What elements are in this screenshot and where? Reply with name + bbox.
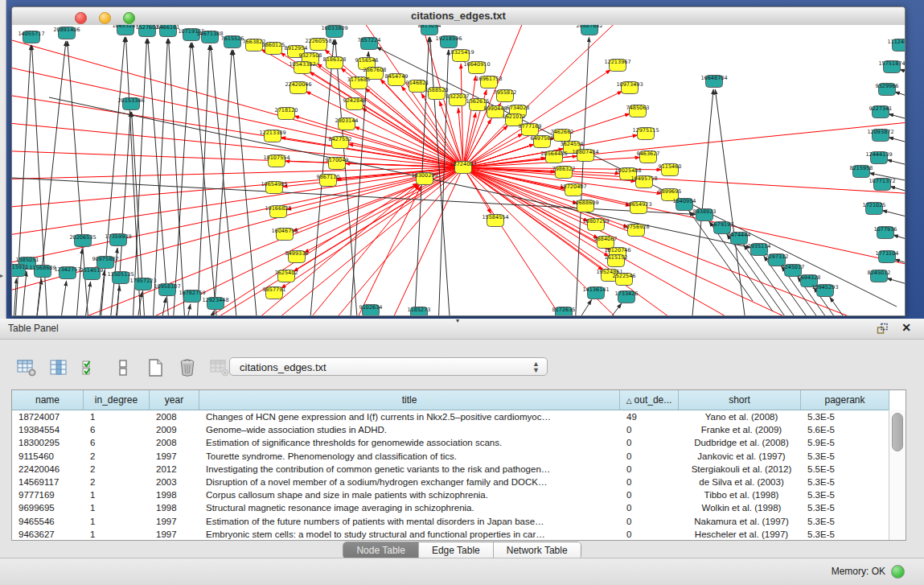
graph-node[interactable]: 9102634 <box>359 304 383 315</box>
graph-node[interactable]: 17359939 <box>105 233 131 246</box>
cell-out_de[interactable]: 0 <box>620 476 679 488</box>
cell-year[interactable]: 2009 <box>150 423 199 436</box>
edge-black[interactable] <box>186 304 191 315</box>
graph-node[interactable]: 11568689 <box>29 265 55 278</box>
graph-node[interactable]: 8215958 <box>850 165 873 178</box>
table-row[interactable]: 1456911722003Disruption of a novel membe… <box>12 476 906 488</box>
edge-black[interactable] <box>887 159 905 167</box>
graph-node[interactable]: 19166825 <box>265 205 291 218</box>
cell-pagerank[interactable]: 5.3E-5 <box>801 515 889 528</box>
cell-short[interactable]: de Silva et al. (2003) <box>679 476 801 488</box>
edge-black[interactable] <box>893 235 905 242</box>
cell-in_degree[interactable]: 2 <box>84 450 150 463</box>
edge-black[interactable] <box>211 45 237 315</box>
graph-node[interactable]: 1588520 <box>425 87 449 100</box>
cell-short[interactable]: Dudbridge et al. (2008) <box>679 436 801 449</box>
cell-short[interactable]: Wolkin et al. (1998) <box>679 501 801 514</box>
cell-in_degree[interactable]: 2 <box>84 463 150 476</box>
close-icon[interactable]: ✕ <box>901 321 911 334</box>
cell-out_de[interactable]: 0 <box>620 423 679 436</box>
cell-short[interactable]: Nakamura et al. (1997) <box>679 515 801 528</box>
cell-pagerank[interactable]: 5.6E-5 <box>801 423 889 436</box>
edge-black[interactable] <box>715 89 745 315</box>
graph-node[interactable]: 9170049 <box>326 157 349 170</box>
cell-name[interactable]: 14569117 <box>12 476 84 488</box>
cell-short[interactable]: Franke et al. (2009) <box>679 423 801 436</box>
graph-node[interactable]: 8427552 <box>329 136 352 149</box>
table-row[interactable]: 911546021997Tourette syndrome. Phenomeno… <box>12 450 906 463</box>
expand-panel-arrow-icon[interactable]: ▸ <box>0 272 3 279</box>
cell-year[interactable]: 1997 <box>150 528 199 541</box>
splitter-arrow-icon[interactable]: ▾ <box>456 317 459 324</box>
table-row[interactable]: 977716911998Corpus callosum shape and si… <box>12 488 906 501</box>
graph-node[interactable]: 8186328 <box>323 56 347 69</box>
cell-pagerank[interactable]: 5.3E-5 <box>801 488 889 501</box>
graph-node[interactable]: 7955812 <box>494 89 517 102</box>
cell-name[interactable]: 18300295 <box>12 436 84 449</box>
table-options-button[interactable] <box>16 357 37 378</box>
graph-node[interactable]: 16961758 <box>475 76 502 89</box>
graph-node[interactable]: 15584554 <box>482 214 508 227</box>
graph-node[interactable]: 20153346 <box>117 97 144 110</box>
edge-black[interactable] <box>197 45 210 315</box>
cell-title[interactable]: Estimation of the future numbers of pati… <box>199 515 620 528</box>
graph-node[interactable]: 10771372 <box>869 178 895 191</box>
graph-node[interactable]: 6466161 <box>157 25 180 37</box>
cell-in_degree[interactable]: 1 <box>84 515 150 528</box>
cell-pagerank[interactable]: 5.3E-5 <box>801 410 889 423</box>
cell-out_de[interactable]: 0 <box>620 463 679 476</box>
graph-node[interactable]: 7615526 <box>221 35 244 48</box>
cell-title[interactable]: Tourette syndrome. Phenomenology and cla… <box>199 450 620 463</box>
cell-out_de[interactable]: 0 <box>620 436 679 449</box>
delete-table-button[interactable] <box>177 357 198 378</box>
graph-node[interactable]: 17957223 <box>129 278 156 290</box>
cell-out_de[interactable]: 0 <box>620 515 679 528</box>
graph-node[interactable]: 1615152 <box>605 254 628 267</box>
edge-black[interactable] <box>882 210 905 218</box>
graph-node[interactable]: 9115460 <box>659 163 682 176</box>
edge-red[interactable] <box>12 167 463 266</box>
cell-in_degree[interactable]: 2 <box>84 476 150 488</box>
graph-node[interactable]: 14055717 <box>18 31 44 43</box>
cell-year[interactable]: 1998 <box>150 501 199 514</box>
edge-black[interactable] <box>60 281 67 315</box>
cell-year[interactable]: 1997 <box>150 515 199 528</box>
cell-in_degree[interactable]: 1 <box>84 528 150 541</box>
graph-node[interactable]: 7986322 <box>552 166 576 179</box>
cell-pagerank[interactable]: 5.3E-5 <box>801 450 889 463</box>
graph-node[interactable]: 14671388 <box>196 31 223 43</box>
table-row[interactable]: 946362711997Embryonic stem cells: a mode… <box>12 528 906 541</box>
column-header-pagerank[interactable]: pagerank <box>801 390 889 410</box>
cell-out_de[interactable]: 0 <box>620 528 679 541</box>
column-header-in_degree[interactable]: in_degree <box>84 390 150 410</box>
column-chooser-button[interactable] <box>113 357 133 378</box>
graph-node[interactable]: 2803144 <box>335 117 359 130</box>
graph-node[interactable]: 12213967 <box>604 59 630 72</box>
graph-node[interactable]: 16033809 <box>321 25 347 38</box>
graph-node[interactable]: 8499334 <box>285 250 309 263</box>
edge-black[interactable] <box>887 278 905 286</box>
graph-node[interactable]: 3175685 <box>347 76 371 89</box>
cell-title[interactable]: Corpus callosum shape and size in male p… <box>199 488 620 501</box>
graph-node[interactable]: 9242848 <box>343 97 367 110</box>
cell-name[interactable]: 9463627 <box>12 528 84 541</box>
graph-node[interactable]: 1773104 <box>876 250 899 263</box>
graph-node[interactable]: 12093872 <box>867 129 893 142</box>
graph-node[interactable]: 15751874 <box>878 60 905 73</box>
graph-node[interactable]: 10807484 <box>572 149 598 162</box>
column-header-out_de[interactable]: △out_de... <box>620 390 679 410</box>
table-row[interactable]: 1938455462009Genome–wide association stu… <box>12 423 906 436</box>
cell-name[interactable]: 9777169 <box>12 488 84 501</box>
graph-node[interactable]: 1077936 <box>874 226 897 239</box>
graph-node[interactable]: 20206535 <box>69 234 96 247</box>
select-rows-button[interactable] <box>80 357 101 378</box>
graph-node[interactable]: 1721025 <box>863 202 886 215</box>
cell-year[interactable]: 2012 <box>150 463 199 476</box>
graph-node[interactable]: 14136141 <box>582 286 609 299</box>
graph-node[interactable]: 10756928 <box>622 224 649 237</box>
cell-year[interactable]: 2008 <box>150 410 199 423</box>
graph-node[interactable]: 9463627 <box>637 150 660 163</box>
show-columns-button[interactable] <box>48 357 69 378</box>
graph-node[interactable]: 1733426 <box>615 290 639 303</box>
cell-pagerank[interactable]: 5.3E-5 <box>801 528 889 541</box>
